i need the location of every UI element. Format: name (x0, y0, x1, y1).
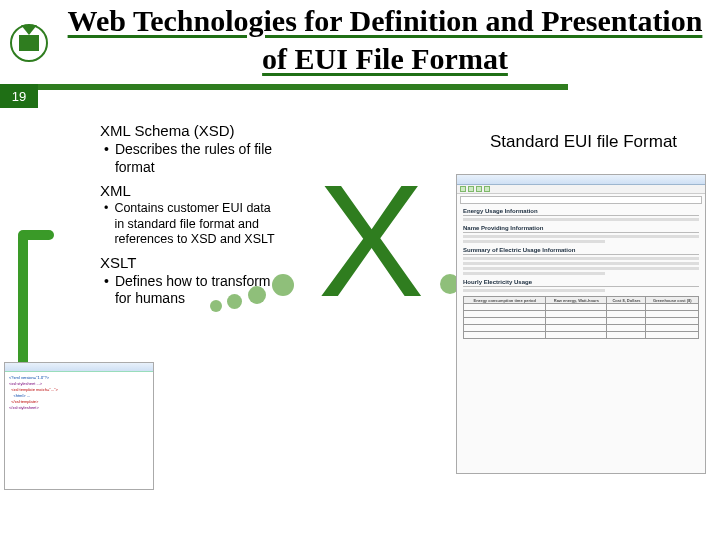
table-row (464, 325, 699, 332)
table-row (464, 311, 699, 318)
xsd-heading: XML Schema (XSD) (100, 122, 280, 139)
trail-dot-icon (248, 286, 266, 304)
mock-text-line (463, 218, 699, 221)
xml-bullet-text: Contains customer EUI data in standard f… (114, 201, 280, 248)
table-row (464, 304, 699, 311)
mock-text-line (463, 257, 699, 260)
mock-titlebar (457, 175, 705, 185)
code-line: </xsl:stylesheet> (9, 405, 149, 411)
table-header: Greenhouse cost ($) (646, 297, 699, 304)
mock-section-2: Name Providing Information (463, 225, 699, 233)
mock-text-line (463, 289, 605, 292)
trail-dot-icon (210, 300, 222, 312)
xml-bullet: • Contains customer EUI data in standard… (104, 201, 280, 248)
xsd-bullet-text: Describes the rules of file format (115, 141, 280, 176)
title-underline-accent (38, 84, 568, 90)
table-header: Cost $, Dollars (607, 297, 646, 304)
trail-dot-icon (227, 294, 242, 309)
mock-text-line (463, 272, 605, 275)
slide: Web Technologies for Definition and Pres… (0, 0, 720, 540)
browser-mock: Energy Usage Information Name Providing … (456, 174, 706, 474)
bullet-dot-icon: • (104, 201, 108, 248)
center-x-glyph: X (296, 166, 446, 316)
table-header: Raw energy, Watt-hours (546, 297, 607, 304)
mock-text-line (463, 262, 699, 265)
xml-heading: XML (100, 182, 280, 199)
right-heading: Standard EUI file Format (490, 132, 710, 152)
mock-section-3: Summary of Electric Usage Information (463, 247, 699, 255)
table-row: Energy consumption time period Raw energ… (464, 297, 699, 304)
table-row (464, 332, 699, 339)
trail-dot-icon (272, 274, 294, 296)
bullet-dot-icon: • (104, 273, 109, 308)
toolbar-btn-icon (476, 186, 482, 192)
mock-section-1: Energy Usage Information (463, 208, 699, 216)
left-column: XML Schema (XSD) • Describes the rules o… (100, 122, 280, 314)
download-icon (10, 24, 48, 62)
xsd-bullet: • Describes the rules of file format (104, 141, 280, 176)
code-body: <?xml version="1.0"?> <xsl:stylesheet ..… (5, 372, 153, 414)
bracket-vertical (18, 232, 28, 382)
toolbar-btn-icon (484, 186, 490, 192)
slide-title: Web Technologies for Definition and Pres… (60, 2, 710, 77)
xslt-heading: XSLT (100, 254, 280, 271)
toolbar-btn-icon (460, 186, 466, 192)
mock-section-4: Hourly Electricity Usage (463, 279, 699, 287)
mock-table: Energy consumption time period Raw energ… (463, 296, 699, 339)
table-row (464, 318, 699, 325)
code-window-mock: <?xml version="1.0"?> <xsl:stylesheet ..… (4, 362, 154, 490)
table-header: Energy consumption time period (464, 297, 546, 304)
toolbar-btn-icon (468, 186, 474, 192)
mock-text-line (463, 267, 699, 270)
code-titlebar (5, 363, 153, 372)
mock-text-line (463, 235, 699, 238)
mock-text-line (463, 240, 605, 243)
slide-number: 19 (0, 84, 38, 108)
bullet-dot-icon: • (104, 141, 109, 176)
title-row: Web Technologies for Definition and Pres… (0, 0, 720, 92)
mock-toolbar (457, 185, 705, 194)
content-area: XML Schema (XSD) • Describes the rules o… (0, 112, 720, 540)
mock-address-bar (460, 196, 702, 204)
